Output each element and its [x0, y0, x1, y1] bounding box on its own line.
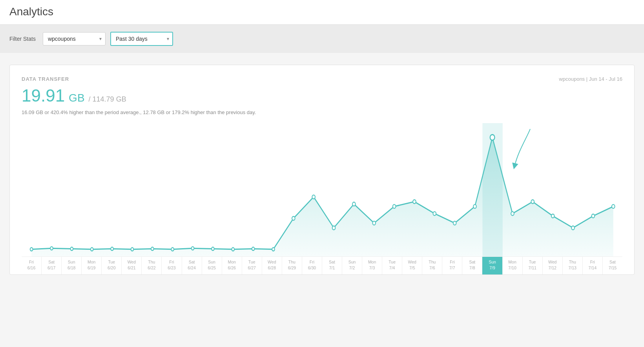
dot-28 [592, 214, 595, 218]
dot-13 [292, 216, 295, 220]
x-label-21: Fri7/7 [442, 257, 462, 274]
x-label-23: Sun7/9 [482, 257, 502, 274]
arrow-annotation [507, 127, 538, 174]
dot-17 [372, 221, 376, 225]
dot-4 [111, 247, 113, 251]
x-label-14: Fri6/30 [302, 257, 322, 274]
x-label-29: Sat7/15 [603, 257, 622, 274]
period-select-wrapper: Past 30 days Past 7 days This month Last… [110, 32, 173, 46]
dot-11 [252, 247, 255, 251]
x-label-18: Tue7/4 [382, 257, 402, 274]
dot-29 [612, 205, 615, 209]
dot-2 [71, 247, 73, 251]
dot-active [490, 134, 495, 140]
chart-card: DATA TRANSFER wpcoupons | Jun 14 - Jul 1… [9, 65, 635, 275]
dot-9 [212, 247, 214, 251]
dot-3 [91, 248, 93, 251]
x-label-0: Fri6/16 [22, 257, 42, 274]
dot-22 [473, 205, 476, 209]
chart-date-range: wpcoupons | Jun 14 - Jul 16 [559, 76, 622, 82]
site-select[interactable]: wpcoupons [43, 32, 106, 45]
x-axis: Fri6/16Sat6/17Sun6/18Mon6/19Tue6/20Wed6/… [22, 256, 622, 274]
x-label-12: Wed6/28 [262, 257, 282, 274]
x-label-25: Tue7/11 [523, 257, 543, 274]
dot-14 [312, 195, 315, 199]
x-label-9: Sun6/25 [202, 257, 222, 274]
dot-19 [413, 200, 416, 204]
x-label-20: Thu7/6 [422, 257, 442, 274]
dot-7 [171, 248, 174, 251]
chart-area [22, 123, 622, 256]
x-label-16: Sun7/2 [342, 257, 362, 274]
site-select-wrapper: wpcoupons [43, 32, 106, 45]
period-select[interactable]: Past 30 days Past 7 days This month Last… [110, 32, 173, 46]
chart-section-title: DATA TRANSFER [22, 76, 69, 82]
x-label-3: Mon6/19 [82, 257, 102, 274]
x-label-5: Wed6/21 [122, 257, 142, 274]
x-label-13: Thu6/29 [282, 257, 302, 274]
page-header: Analytics [0, 0, 644, 25]
chart-value-number: 19.91 [22, 86, 65, 105]
x-label-10: Mon6/26 [222, 257, 242, 274]
chart-value-unit: GB [69, 92, 84, 104]
filter-label: Filter Stats [9, 36, 36, 42]
chart-total: / 114.79 GB [89, 95, 126, 104]
x-label-1: Sat6/17 [42, 257, 62, 274]
x-label-27: Thu7/13 [563, 257, 583, 274]
main-content: DATA TRANSFER wpcoupons | Jun 14 - Jul 1… [0, 53, 644, 287]
x-label-19: Wed7/5 [402, 257, 422, 274]
x-label-15: Sat7/1 [322, 257, 342, 274]
dot-18 [393, 205, 396, 209]
x-label-4: Tue6/20 [102, 257, 122, 274]
chart-header: DATA TRANSFER wpcoupons | Jun 14 - Jul 1… [22, 76, 622, 82]
x-label-6: Thu6/22 [142, 257, 162, 274]
dot-8 [192, 247, 194, 250]
dot-24 [511, 212, 514, 216]
dot-25 [531, 200, 534, 204]
x-label-28: Fri7/14 [583, 257, 603, 274]
x-label-26: Wed7/12 [543, 257, 563, 274]
page-title: Analytics [9, 5, 635, 18]
dot-12 [272, 248, 275, 251]
x-label-8: Sat6/24 [182, 257, 202, 274]
dot-1 [50, 247, 53, 250]
chart-sub-text: 16.09 GB or 420.4% higher than the perio… [22, 109, 622, 115]
dot-20 [433, 212, 436, 216]
dot-21 [453, 221, 456, 225]
x-label-2: Sun6/18 [62, 257, 82, 274]
x-label-22: Sat7/8 [462, 257, 482, 274]
filter-bar: Filter Stats wpcoupons Past 30 days Past… [0, 25, 644, 53]
dot-10 [232, 248, 234, 251]
x-label-11: Tue6/27 [242, 257, 262, 274]
x-label-7: Fri6/23 [162, 257, 182, 274]
chart-main-value: 19.91 GB / 114.79 GB [22, 86, 622, 105]
x-label-17: Mon7/3 [362, 257, 382, 274]
dot-15 [332, 226, 336, 230]
dot-26 [551, 214, 555, 218]
dot-5 [131, 248, 134, 251]
dot-16 [352, 202, 356, 206]
dot-6 [151, 247, 154, 251]
dot-27 [571, 226, 575, 230]
x-label-24: Mon7/10 [503, 257, 523, 274]
dot-0 [30, 248, 33, 251]
